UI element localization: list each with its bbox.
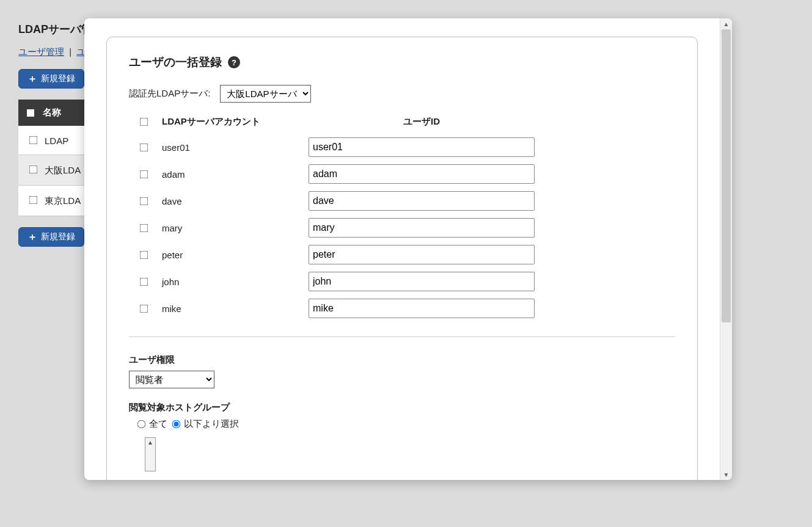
user-id-input[interactable] [309,191,535,211]
new-register-label: 新規登録 [41,73,75,84]
user-account-cell: peter [162,250,309,260]
user-id-input[interactable] [309,164,535,184]
breadcrumb-link-user-mgmt[interactable]: ユーザ管理 [18,46,64,57]
user-id-input[interactable] [309,137,535,157]
select-all-checkbox[interactable] [140,118,148,126]
scroll-thumb[interactable] [722,29,731,280]
user-account-cell: adam [162,169,309,180]
user-row-checkbox[interactable] [140,170,148,178]
row-checkbox[interactable] [29,165,38,174]
user-row-checkbox[interactable] [140,197,148,205]
row-checkbox[interactable] [29,136,38,145]
user-id-input[interactable] [309,272,535,280]
breadcrumb-separator: | [69,46,71,57]
ldap-server-label: 認証先LDAPサーバ: [129,88,210,100]
user-row-checkbox[interactable] [140,250,148,259]
scroll-up-icon[interactable]: ▲ [720,18,732,29]
header-checkbox-icon[interactable] [27,109,34,117]
row-label: 大阪LDA [45,165,81,175]
ldap-server-select[interactable]: 大阪LDAPサーバ [220,85,311,103]
user-account-cell: user01 [162,142,309,153]
dialog-title: ユーザの一括登録 [129,54,222,70]
user-row-checkbox[interactable] [140,143,148,151]
new-register-button-bottom[interactable]: ＋ 新規登録 [18,227,84,247]
user-id-input[interactable] [309,245,535,264]
row-label: 東京LDA [45,195,81,206]
plus-icon: ＋ [27,74,37,84]
col-header-account: LDAPサーバアカウント [162,116,309,130]
new-register-label: 新規登録 [41,231,75,242]
user-id-input[interactable] [309,218,535,238]
user-account-cell: dave [162,196,309,206]
col-header-userid: ユーザID [309,116,535,130]
user-row-checkbox[interactable] [140,277,148,280]
new-register-button-top[interactable]: ＋ 新規登録 [18,69,84,89]
user-account-cell: mary [162,223,309,233]
dialog-scrollbar[interactable]: ▲ ▼ [720,18,732,280]
user-row-checkbox[interactable] [140,224,148,232]
bulk-register-dialog: ユーザの一括登録 ? 認証先LDAPサーバ: 大阪LDAPサーバ LDAPサーバ… [84,18,732,280]
user-account-cell: john [162,277,309,280]
row-checkbox[interactable] [29,196,38,205]
plus-icon: ＋ [27,232,37,242]
help-icon[interactable]: ? [228,56,240,68]
row-label: LDAP [45,136,68,146]
